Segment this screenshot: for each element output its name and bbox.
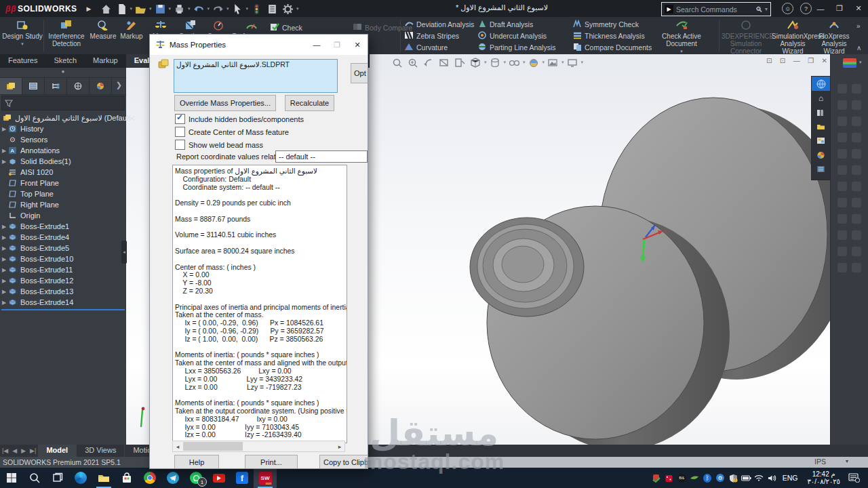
undercut-analysis-button[interactable]: Undercut Analysis [478, 31, 547, 41]
configuration-manager-tab[interactable] [45, 78, 67, 94]
search-icon[interactable]: 🔍︎ [755, 5, 763, 14]
tray-settings-icon[interactable]: ⚙ [715, 472, 726, 483]
help-button[interactable]: Help [174, 455, 219, 469]
appearances-pane-tab[interactable] [812, 148, 830, 162]
feature-manager-tab[interactable] [0, 78, 22, 94]
design-library-pane-tab[interactable] [812, 105, 830, 119]
zoom-area-icon[interactable] [408, 58, 419, 68]
checkbox-unchecked-icon[interactable] [175, 127, 185, 137]
tray-nvidia-icon[interactable] [689, 472, 701, 483]
previous-view-icon[interactable] [423, 58, 435, 68]
doc-tile-icon[interactable]: ⊡ [766, 57, 772, 66]
tree-item-boss-extrude4[interactable]: ▶Boss-Extrude4 [0, 232, 126, 243]
task-view-button[interactable] [46, 468, 69, 488]
tree-item-front-plane[interactable]: Front Plane [0, 178, 126, 188]
user-account-icon[interactable]: ☺ [782, 3, 793, 14]
telegram-icon[interactable] [161, 468, 184, 488]
scrollbar-thumb[interactable] [183, 442, 243, 451]
ribbon-collapse-icon[interactable]: ∧ [856, 44, 861, 52]
microsoft-store-icon[interactable] [115, 468, 138, 488]
dynamic-annotation-icon[interactable] [454, 58, 466, 68]
print-icon[interactable] [174, 3, 185, 14]
create-center-of-mass-checkbox[interactable]: Create Center of Mass feature [175, 127, 289, 137]
tree-item-origin[interactable]: Origin [0, 210, 126, 221]
taskbar-search-button[interactable] [23, 468, 46, 488]
zoom-fit-icon[interactable] [392, 58, 403, 68]
edge-icon[interactable] [69, 468, 92, 488]
override-mass-properties-button[interactable]: Override Mass Properties... [174, 95, 276, 111]
tree-root-part[interactable]: لاسبوع الثاني المشروع الاول (Default< [0, 113, 126, 123]
nav-first-icon[interactable]: |◀ [0, 445, 10, 457]
whatsapp-icon[interactable]: 1 [184, 468, 208, 488]
curvature-button[interactable]: Curvature [405, 43, 448, 52]
rebuild-traffic-light-icon[interactable] [251, 3, 262, 14]
section-view-icon[interactable] [439, 58, 450, 68]
check-active-document-button[interactable]: Check Active Document▾ [648, 18, 715, 53]
tree-item-boss-extrude13[interactable]: ▶Boss-Extrude13 [0, 286, 126, 297]
recalculate-button[interactable]: Recalculate [285, 95, 334, 111]
thickness-analysis-button[interactable]: Thickness Analysis [573, 31, 645, 41]
dialog-minimize-button[interactable]: — [307, 35, 327, 55]
home-pane-tab[interactable]: ⌂ [812, 91, 830, 105]
tray-security-warning-icon[interactable]: ! [728, 472, 739, 483]
close-button[interactable]: ✕ [849, 4, 868, 13]
parting-line-analysis-button[interactable]: Parting Line Analysis [478, 43, 555, 52]
check-button[interactable]: Check [270, 22, 302, 33]
interference-detection-button[interactable]: Interference Detection [45, 18, 88, 53]
nav-last-icon[interactable]: ▶| [28, 445, 38, 457]
checkbox-checked-icon[interactable] [175, 114, 185, 124]
selected-items-list[interactable]: لاسبوع الثاني المشروع الاول.SLDPRT [174, 59, 338, 93]
compare-documents-button[interactable]: Compare Documents [573, 43, 652, 52]
menu-expand-arrow[interactable]: ▶ [87, 5, 92, 12]
open-icon[interactable] [135, 3, 146, 14]
property-manager-tab[interactable] [22, 78, 45, 94]
panel-splitter-handle[interactable]: ● [0, 68, 126, 78]
hide-show-items-icon[interactable] [509, 58, 520, 68]
tree-filter-input[interactable] [1, 96, 125, 110]
new-document-icon[interactable] [116, 3, 127, 14]
tab-sketch[interactable]: Sketch [45, 54, 85, 68]
panel-collapse-handle[interactable]: ◂ [121, 241, 127, 264]
select-cursor-icon[interactable] [232, 3, 243, 14]
undo-icon[interactable] [193, 3, 205, 14]
options-gear-icon[interactable] [282, 3, 294, 14]
3dexperience-pane-tab[interactable] [812, 77, 830, 91]
rollback-bar[interactable] [1, 309, 125, 310]
home-icon[interactable] [100, 3, 112, 14]
units-dropdown-icon[interactable]: ▾ [846, 458, 848, 464]
tree-item-boss-extrude11[interactable]: ▶Boss-Extrude11 [0, 264, 126, 275]
report-horizontal-scrollbar[interactable]: ◂ ▸ [172, 441, 345, 452]
tray-solidworks-icon[interactable] [663, 472, 675, 483]
doc-close-icon[interactable]: ✕ [822, 57, 827, 66]
solidworks-taskbar-icon[interactable]: SW2021 [254, 468, 277, 488]
view-settings-icon[interactable] [567, 58, 578, 68]
tab-features[interactable]: Features [0, 54, 45, 68]
redo-icon[interactable] [212, 3, 224, 14]
tree-item-annotations[interactable]: ▶AAnnotations [0, 145, 126, 156]
manager-tabs-overflow-icon[interactable]: ❯ [112, 78, 126, 94]
doc-cascade-icon[interactable]: ⊡ [780, 57, 785, 66]
custom-properties-pane-tab[interactable] [812, 162, 830, 176]
tree-item-right-plane[interactable]: Right Plane [0, 199, 126, 210]
measure-button[interactable]: Measure [90, 18, 117, 53]
tray-bandicam-icon[interactable]: B& [676, 472, 688, 483]
checkbox-unchecked-icon[interactable] [175, 140, 185, 150]
copy-to-clipboard-button[interactable]: Copy to Clipb [319, 455, 368, 469]
save-icon[interactable] [155, 3, 166, 14]
symmetry-check-button[interactable]: Symmetry Check [573, 20, 639, 29]
nav-next-icon[interactable]: ▶ [19, 445, 28, 457]
tab-markup[interactable]: Markup [85, 54, 126, 68]
tree-item-boss-extrude10[interactable]: ▶Boss-Extrude10 [0, 253, 126, 264]
nav-tab-3d-views[interactable]: 3D Views [77, 445, 125, 457]
action-center-icon[interactable] [846, 472, 861, 483]
youtube-icon[interactable] [208, 468, 231, 488]
taskbar-clock[interactable]: 12:42 م ٣٠/٠٨/٢٠٢٥ [807, 470, 840, 485]
doc-minimize-icon[interactable]: — [793, 57, 800, 66]
nav-tab-model[interactable]: Model [38, 445, 77, 457]
tray-wifi-icon[interactable] [753, 472, 765, 483]
deviation-analysis-button[interactable]: Deviation Analysis [405, 20, 474, 29]
dialog-close-button[interactable]: ✕ [347, 35, 368, 55]
tree-item-top-plane[interactable]: Top Plane [0, 188, 126, 199]
dialog-title-bar[interactable]: Mass Properties — ❐ ✕ [150, 35, 368, 55]
view-palette-pane-tab[interactable] [812, 134, 830, 148]
